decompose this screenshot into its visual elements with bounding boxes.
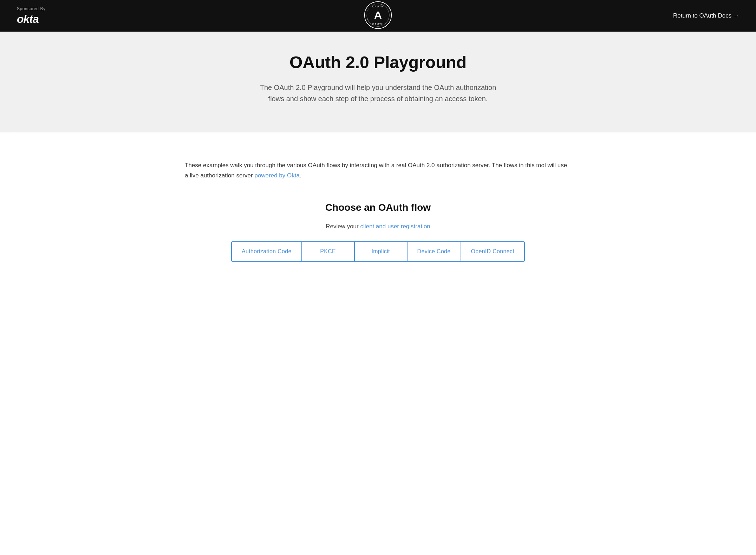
- flow-subtitle: Review your client and user registration: [42, 223, 714, 230]
- powered-by-okta-link[interactable]: powered by Okta: [254, 172, 300, 179]
- flow-btn-openid-connect[interactable]: OpenID Connect: [461, 241, 525, 262]
- header: Sponsored By okta A OAUTH OAUTH Return t…: [0, 0, 756, 32]
- flow-section-title: Choose an OAuth flow: [42, 202, 714, 213]
- oauth-badge-icon: A OAUTH OAUTH: [364, 1, 392, 29]
- svg-text:OAUTH: OAUTH: [372, 22, 384, 26]
- return-to-docs-link[interactable]: Return to OAuth Docs →: [673, 12, 739, 19]
- description-text-suffix: .: [300, 172, 301, 179]
- flow-subtitle-prefix: Review your: [326, 223, 360, 230]
- flow-btn-auth-code[interactable]: Authorization Code: [231, 241, 302, 262]
- svg-text:A: A: [374, 9, 382, 21]
- flow-section: Choose an OAuth flow Review your client …: [28, 202, 728, 262]
- sponsored-by-label: Sponsored By: [17, 6, 45, 11]
- header-center-logo: A OAUTH OAUTH: [364, 1, 392, 31]
- svg-text:OAUTH: OAUTH: [372, 5, 384, 8]
- okta-logo: okta: [17, 13, 39, 26]
- flow-btn-pkce[interactable]: PKCE: [302, 241, 355, 262]
- hero-subtitle: The OAuth 2.0 Playground will help you u…: [255, 82, 501, 104]
- client-registration-link[interactable]: client and user registration: [360, 223, 430, 230]
- hero-section: OAuth 2.0 Playground The OAuth 2.0 Playg…: [0, 32, 756, 132]
- sponsor-area: Sponsored By okta: [17, 6, 45, 26]
- description-text-prefix: These examples walk you through the vari…: [185, 162, 567, 179]
- flow-btn-implicit[interactable]: Implicit: [355, 241, 408, 262]
- main-content: These examples walk you through the vari…: [0, 132, 756, 290]
- flow-buttons-container: Authorization Code PKCE Implicit Device …: [227, 241, 529, 262]
- hero-title: OAuth 2.0 Playground: [14, 53, 742, 72]
- description-paragraph: These examples walk you through the vari…: [185, 161, 571, 181]
- flow-btn-device-code[interactable]: Device Code: [408, 241, 461, 262]
